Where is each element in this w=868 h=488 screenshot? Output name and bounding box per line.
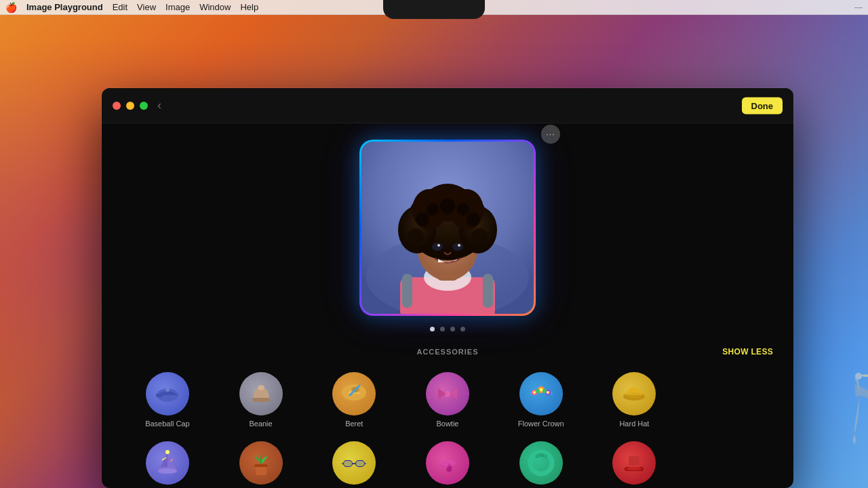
generated-image-frame [359,140,536,316]
svg-point-22 [437,244,440,247]
svg-point-72 [626,468,642,470]
svg-point-17 [467,213,480,226]
flower-crown-label: Flower Crown [518,420,564,428]
accessory-scarf[interactable]: Scarf [402,437,493,488]
accessory-top-hat[interactable]: Top Hat [589,437,680,488]
svg-point-15 [440,199,455,214]
svg-point-45 [542,389,547,393]
accessory-sweatband[interactable]: Sweatband [496,437,587,488]
svg-rect-25 [483,274,493,308]
svg-point-54 [165,450,170,454]
image-container: ··· [359,140,536,316]
image-section: ··· [359,123,536,331]
accessory-hard-hat[interactable]: Hard Hat [589,368,680,432]
svg-point-43 [547,391,549,394]
page-dot-3[interactable] [450,327,455,331]
accessory-potted-plant[interactable]: Potted Plant [216,437,307,488]
page-dots[interactable] [430,327,465,331]
svg-point-20 [432,243,443,251]
svg-point-53 [158,468,177,474]
svg-point-48 [626,392,642,398]
accessories-title: ACCESSORIES [416,348,478,356]
camera-notch [383,0,485,19]
beret-icon [332,372,376,415]
accessory-baseball-cap[interactable]: Baseball Cap [122,368,213,432]
menubar-view[interactable]: View [137,2,156,12]
menubar-app-name[interactable]: Image Playground [26,2,103,12]
svg-rect-29 [252,398,270,402]
svg-point-39 [533,391,536,394]
baseball-cap-icon [146,372,189,415]
svg-point-44 [536,389,540,393]
menubar-help[interactable]: Help [240,2,258,12]
desktop: 🍎 Image Playground Edit View Image Windo… [0,0,868,488]
accessory-party-hat[interactable]: Party Hat [122,437,213,488]
svg-marker-37 [438,388,446,399]
svg-rect-27 [156,394,163,397]
hard-hat-icon [612,372,656,415]
svg-rect-56 [254,464,268,467]
svg-point-28 [165,388,170,392]
party-hat-icon [146,441,189,485]
accessory-sunglasses[interactable]: Sunglasses [309,437,399,488]
maximize-button[interactable] [140,102,148,110]
svg-point-18 [408,228,424,245]
beret-label: Beret [345,420,363,428]
sweatband-icon [519,441,563,485]
menubar-window[interactable]: Window [199,2,231,12]
svg-point-16 [457,203,469,216]
traffic-lights [113,102,148,110]
back-button[interactable]: ‹ [157,98,161,113]
accessory-beanie[interactable]: Beanie [216,368,307,432]
menubar-edit[interactable]: Edit [113,2,127,12]
svg-rect-55 [256,466,267,475]
app-window: ‹ Done ··· [102,88,793,488]
svg-point-21 [452,243,463,251]
svg-point-41 [539,388,542,392]
sunglasses-icon [332,441,376,485]
accessories-header: ACCESSORIES SHOW LESS [122,348,773,356]
menubar-right: — [854,3,863,12]
titlebar: ‹ Done [102,88,793,123]
generated-image [361,142,534,314]
page-dot-2[interactable] [440,327,445,331]
accessories-grid: Baseball Cap Beanie [122,368,773,488]
bowtie-label: Bowtie [436,420,458,428]
svg-point-64 [439,460,456,466]
hard-hat-label: Hard Hat [619,420,649,428]
baseball-cap-label: Baseball Cap [145,420,189,428]
minimize-button[interactable] [126,102,134,110]
menubar-right-indicator: — [854,3,863,12]
page-dot-1[interactable] [430,327,435,331]
heron-decoration [827,364,868,461]
svg-rect-63 [356,461,364,466]
menubar-image[interactable]: Image [165,2,190,12]
page-dot-4[interactable] [460,327,465,331]
close-button[interactable] [113,102,121,110]
svg-point-19 [471,228,488,245]
apple-menu[interactable]: 🍎 [5,2,17,13]
more-options-button[interactable]: ··· [541,125,560,144]
show-less-button[interactable]: SHOW LESS [722,347,773,357]
svg-rect-24 [402,274,412,308]
menubar-left: 🍎 Image Playground Edit View Image Windo… [5,2,258,13]
svg-rect-62 [344,461,352,466]
top-hat-icon [612,441,656,485]
svg-point-23 [458,244,460,247]
accessories-section: ACCESSORIES SHOW LESS [102,331,793,488]
beanie-label: Beanie [249,420,272,428]
potted-plant-icon [239,441,283,485]
accessory-bowtie[interactable]: Bowtie [402,368,493,432]
svg-point-14 [427,203,439,216]
main-content: ··· [102,123,793,488]
svg-point-13 [416,213,429,226]
svg-point-30 [258,385,264,390]
person-svg [361,142,534,314]
done-button[interactable]: Done [742,97,783,114]
accessory-flower-crown[interactable]: Flower Crown [496,368,587,432]
beanie-icon [239,372,283,415]
accessory-beret[interactable]: Beret [309,368,399,432]
flower-crown-icon [519,372,563,415]
bowtie-icon [426,372,469,415]
scarf-icon [426,441,469,485]
